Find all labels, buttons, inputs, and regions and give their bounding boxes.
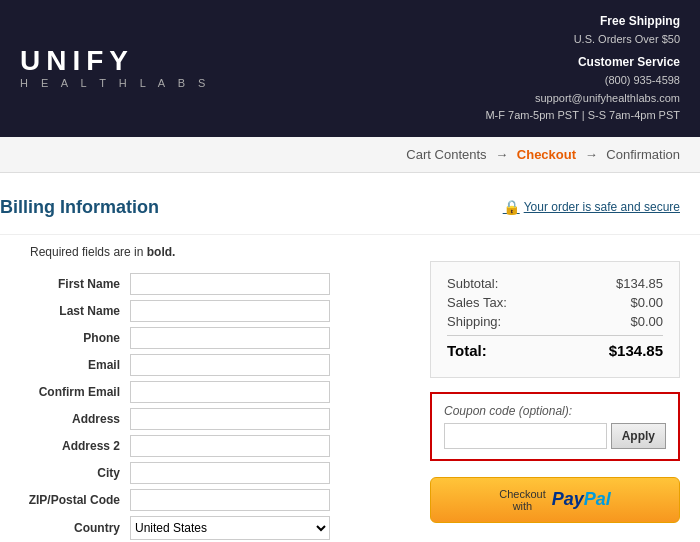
country-label: Country [20,521,130,535]
last-name-row: Last Name [20,300,400,322]
logo-sub: H E A L T H L A B S [20,77,210,89]
customer-service-label: Customer Service [485,53,680,72]
tax-label: Sales Tax: [447,295,507,310]
paypal-logo: PayPal [552,489,611,510]
phone-row: Phone [20,327,400,349]
coupon-box: Coupon code (optional): Apply [430,392,680,461]
paypal-checkout-text: Checkout with [499,488,545,512]
support-hours: M-F 7am-5pm PST | S-S 7am-4pm PST [485,107,680,125]
breadcrumb: Cart Contents → Checkout → Confirmation [406,147,680,162]
address2-row: Address 2 [20,435,400,457]
required-note: Required fields are in bold. [20,245,400,259]
logo-unify: UNIFY [20,47,210,75]
main-content: Required fields are in bold. First NameL… [0,245,700,542]
coupon-optional: (optional): [519,404,572,418]
confirm-email-row: Confirm Email [20,381,400,403]
billing-form-col: Required fields are in bold. First NameL… [20,245,420,542]
order-summary: Subtotal: $134.85 Sales Tax: $0.00 Shipp… [430,261,680,378]
support-email: support@unifyhealthlabs.com [485,90,680,108]
free-shipping-sub: U.S. Orders Over $50 [485,31,680,49]
lock-icon: 🔒 [503,199,520,215]
secure-badge: 🔒 Your order is safe and secure [503,199,680,215]
city-label: City [20,466,130,480]
shipping-value: $0.00 [603,314,663,329]
total-label: Total: [447,342,487,359]
breadcrumb-arrow1: → [495,147,508,162]
last-name-input[interactable] [130,300,330,322]
secure-label: Your order is safe and secure [524,200,680,214]
first-name-row: First Name [20,273,400,295]
coupon-label: Coupon code (optional): [444,404,666,418]
header-info: Free Shipping U.S. Orders Over $50 Custo… [485,12,680,125]
confirm-email-label: Confirm Email [20,385,130,399]
phone-label: Phone [20,331,130,345]
first-name-input[interactable] [130,273,330,295]
free-shipping-label: Free Shipping [485,12,680,31]
country-select[interactable]: United States [130,516,330,540]
form-fields: First NameLast NamePhoneEmailConfirm Ema… [20,273,400,511]
first-name-label: First Name [20,277,130,291]
email-label: Email [20,358,130,372]
billing-header-row: Billing Information 🔒 Your order is safe… [0,173,700,235]
coupon-input[interactable] [444,423,607,449]
city-input[interactable] [130,462,330,484]
nav-bar: Cart Contents → Checkout → Confirmation [0,137,700,173]
coupon-input-row: Apply [444,423,666,449]
subtotal-label: Subtotal: [447,276,498,291]
shipping-row: Shipping: $0.00 [447,314,663,329]
logo: UNIFY H E A L T H L A B S [20,47,210,89]
tax-row: Sales Tax: $0.00 [447,295,663,310]
country-row: Country United States [20,516,400,540]
tax-value: $0.00 [603,295,663,310]
subtotal-row: Subtotal: $134.85 [447,276,663,291]
city-row: City [20,462,400,484]
zip-row: ZIP/Postal Code [20,489,400,511]
address-input[interactable] [130,408,330,430]
paypal-inner: Checkout with PayPal [431,488,679,512]
address2-label: Address 2 [20,439,130,453]
apply-button[interactable]: Apply [611,423,666,449]
breadcrumb-step1: Cart Contents [406,147,486,162]
phone-number: (800) 935-4598 [485,72,680,90]
email-input[interactable] [130,354,330,376]
email-row: Email [20,354,400,376]
address-row: Address [20,408,400,430]
zip-input[interactable] [130,489,330,511]
subtotal-value: $134.85 [603,276,663,291]
total-row: Total: $134.85 [447,335,663,359]
site-header: UNIFY H E A L T H L A B S Free Shipping … [0,0,700,137]
confirm-email-input[interactable] [130,381,330,403]
billing-title: Billing Information [0,197,159,218]
paypal-checkout-button[interactable]: Checkout with PayPal [430,477,680,523]
last-name-label: Last Name [20,304,130,318]
address-label: Address [20,412,130,426]
zip-label: ZIP/Postal Code [20,493,130,507]
breadcrumb-step3: Confirmation [606,147,680,162]
address2-input[interactable] [130,435,330,457]
breadcrumb-step2: Checkout [517,147,576,162]
total-value: $134.85 [603,342,663,359]
shipping-label: Shipping: [447,314,501,329]
order-summary-col: Subtotal: $134.85 Sales Tax: $0.00 Shipp… [420,245,680,542]
breadcrumb-arrow2: → [585,147,598,162]
phone-input[interactable] [130,327,330,349]
